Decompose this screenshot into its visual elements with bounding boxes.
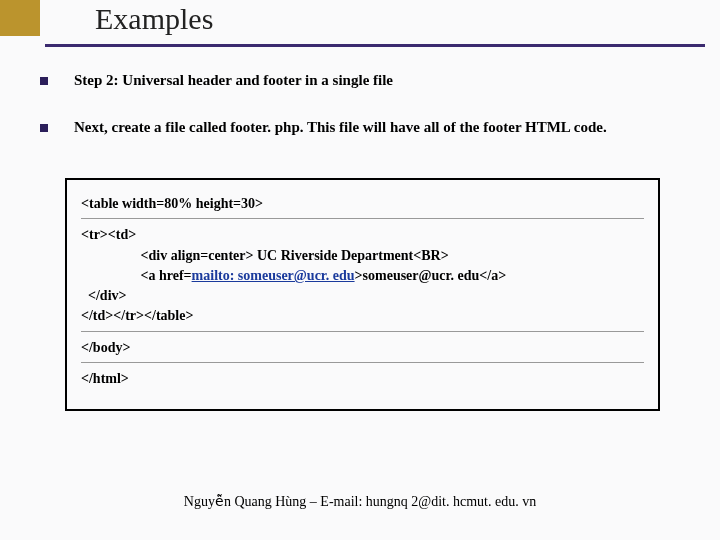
code-divider (81, 218, 644, 219)
code-snippet-box: <table width=80% height=30> <tr><td> <di… (65, 178, 660, 411)
code-line: </body> (81, 338, 644, 358)
code-text: <a href= (81, 268, 192, 283)
code-text: >someuser@ucr. edu</a> (355, 268, 507, 283)
bullet-item: Next, create a file called footer. php. … (40, 117, 702, 138)
square-bullet-icon (40, 124, 48, 132)
title-underline (45, 44, 705, 47)
code-line: <table width=80% height=30> (81, 194, 644, 214)
code-line: </html> (81, 369, 644, 389)
slide-corner-accent (0, 0, 40, 36)
code-line: </td></tr></table> (81, 306, 644, 326)
slide-title: Examples (95, 2, 213, 36)
code-line: <tr><td> (81, 225, 644, 245)
code-divider (81, 362, 644, 363)
code-line: <a href=mailto: someuser@ucr. edu>someus… (81, 266, 644, 286)
square-bullet-icon (40, 77, 48, 85)
bullet-item: Step 2: Universal header and footer in a… (40, 70, 702, 91)
code-divider (81, 331, 644, 332)
bullet-list: Step 2: Universal header and footer in a… (40, 70, 702, 164)
mailto-link[interactable]: mailto: someuser@ucr. edu (192, 268, 355, 283)
bullet-text: Next, create a file called footer. php. … (74, 117, 607, 138)
slide-footer-credit: Nguyễn Quang Hùng – E-mail: hungnq 2@dit… (0, 493, 720, 510)
code-line: </div> (81, 286, 644, 306)
bullet-text: Step 2: Universal header and footer in a… (74, 70, 393, 91)
code-line: <div align=center> UC Riverside Departme… (81, 246, 644, 266)
